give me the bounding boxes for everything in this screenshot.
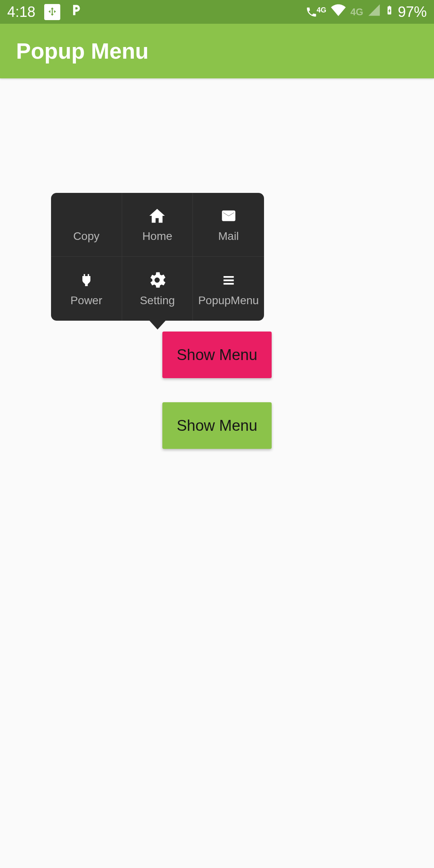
empty-icon [76, 207, 97, 225]
popup-menu: Copy Home Mail Power [51, 193, 264, 330]
popup-item-label: Copy [73, 230, 99, 243]
signal-icon [367, 3, 381, 20]
popup-item-setting[interactable]: Setting [122, 257, 193, 321]
status-left: 4:18 [7, 3, 83, 20]
status-right: 4G 4G 97% [305, 2, 427, 22]
hamburger-icon [218, 271, 239, 289]
signal-4g-dim: 4G [350, 6, 363, 18]
popup-item-label: Setting [140, 294, 175, 307]
popup-item-home[interactable]: Home [122, 193, 193, 257]
popup-item-label: PopupMenu [198, 294, 259, 307]
popup-item-popupmenu[interactable]: PopupMenu [193, 257, 264, 321]
p-icon [69, 3, 83, 20]
content: Copy Home Mail Power [0, 78, 434, 449]
gear-icon [147, 271, 168, 289]
popup-item-power[interactable]: Power [51, 257, 122, 321]
wifi-icon [330, 2, 346, 22]
volte-icon: 4G [305, 6, 326, 18]
button-label: Show Menu [177, 417, 258, 434]
mail-icon [218, 207, 239, 225]
show-menu-button-primary[interactable]: Show Menu [162, 332, 272, 378]
button-label: Show Menu [177, 346, 258, 364]
popup-item-copy[interactable]: Copy [51, 193, 122, 257]
battery-percent: 97% [398, 4, 427, 20]
app-bar: Popup Menu [0, 24, 434, 78]
battery-charging-icon [385, 2, 394, 21]
status-time: 4:18 [7, 4, 35, 20]
popup-item-mail[interactable]: Mail [193, 193, 264, 257]
power-icon [76, 271, 97, 289]
popup-item-label: Home [142, 230, 172, 243]
usb-icon [44, 4, 60, 20]
popup-item-label: Mail [218, 230, 239, 243]
status-bar: 4:18 4G 4G 97% [0, 0, 434, 24]
popup-caret [149, 321, 166, 330]
page-title: Popup Menu [16, 38, 149, 64]
popup-item-label: Power [70, 294, 102, 307]
home-icon [147, 207, 168, 225]
show-menu-button-secondary[interactable]: Show Menu [162, 402, 272, 449]
